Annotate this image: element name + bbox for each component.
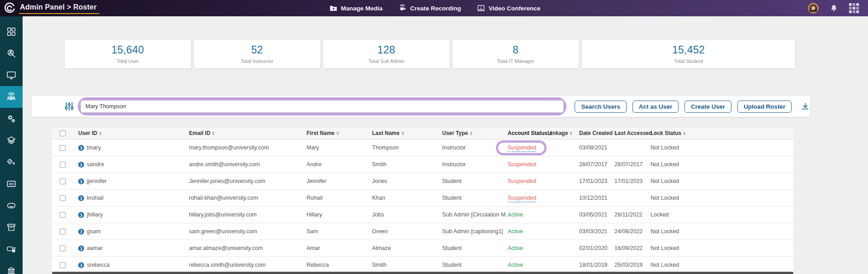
- user-id[interactable]: jhillary: [87, 212, 103, 218]
- lock-status: Not Locked: [645, 178, 686, 184]
- search-users-button[interactable]: Search Users: [575, 101, 626, 113]
- row-checkbox[interactable]: [60, 229, 66, 235]
- expand-user-icon[interactable]: ❯: [78, 245, 84, 251]
- user-id[interactable]: gsam: [87, 228, 101, 235]
- col-header-last-name[interactable]: Last Name: [372, 130, 437, 136]
- sort-icon: [683, 131, 686, 135]
- col-header-account-status[interactable]: Account Status: [508, 130, 542, 136]
- sidebar-item-recording-devices[interactable]: [0, 238, 23, 260]
- col-header-lock-status[interactable]: Lock Status: [651, 130, 686, 136]
- row-checkbox[interactable]: [60, 245, 66, 251]
- stat-label: Total Sub Admin: [368, 58, 405, 64]
- col-header-last-accessed[interactable]: Last Accessed: [614, 130, 645, 136]
- col-header-date-created[interactable]: Date Created: [579, 130, 609, 136]
- nav-item-create-recording[interactable]: Create Recording: [398, 4, 461, 13]
- col-header-first-name[interactable]: First Name: [307, 130, 367, 136]
- user-id[interactable]: sandre: [87, 161, 104, 168]
- building-icon: [6, 266, 16, 274]
- sidebar-item-captions[interactable]: CC: [0, 173, 23, 195]
- sidebar-item-archive[interactable]: [0, 216, 23, 238]
- date-created: 28/07/2017: [574, 161, 609, 168]
- sidebar-item-layers[interactable]: [0, 130, 23, 151]
- account-status[interactable]: Suspended: [508, 161, 536, 168]
- account-status[interactable]: Active: [508, 245, 523, 251]
- create-user-button[interactable]: Create User: [684, 101, 731, 113]
- lock-status: Locked: [645, 212, 686, 218]
- gears-icon: [6, 114, 16, 124]
- user-id[interactable]: krohail: [87, 195, 104, 201]
- filter-sliders-icon[interactable]: [64, 101, 74, 112]
- row-checkbox[interactable]: [60, 212, 66, 218]
- upload-roster-button[interactable]: Upload Roster: [737, 101, 792, 113]
- last-name: Smith: [367, 262, 437, 268]
- apps-grid-icon[interactable]: [849, 3, 859, 13]
- expand-user-icon[interactable]: ❯: [78, 145, 84, 151]
- stat-value: 128: [377, 44, 395, 56]
- row-checkbox[interactable]: [60, 145, 66, 151]
- expand-user-icon[interactable]: ❯: [78, 262, 84, 268]
- paint-bucket-icon: [6, 157, 16, 167]
- sidebar-item-branding[interactable]: [0, 151, 23, 173]
- sidebar-item-display[interactable]: [0, 64, 23, 86]
- stat-card-total-it-manager: 8 Total IT Manager: [452, 39, 579, 69]
- stat-value: 15,452: [672, 44, 705, 56]
- download-icon[interactable]: [801, 101, 810, 111]
- user-id[interactable]: tmary: [87, 144, 101, 151]
- recording-icon: [398, 4, 407, 13]
- account-status[interactable]: Active: [508, 212, 523, 218]
- col-header-email-id[interactable]: Email ID: [189, 130, 301, 136]
- row-checkbox[interactable]: [60, 195, 66, 201]
- first-name: Amar: [301, 245, 367, 251]
- user-id[interactable]: jjennifer: [87, 178, 107, 184]
- expand-user-icon[interactable]: ❯: [78, 178, 84, 184]
- row-checkbox[interactable]: [60, 162, 66, 168]
- sidebar-item-institution[interactable]: [0, 260, 23, 274]
- nav-item-label: Create Recording: [410, 5, 461, 12]
- select-all-checkbox[interactable]: [60, 130, 66, 136]
- account-status[interactable]: Suspended: [508, 178, 536, 184]
- expand-user-icon[interactable]: ❯: [78, 195, 84, 201]
- user-id[interactable]: aamar: [87, 245, 103, 251]
- expand-user-icon[interactable]: ❯: [78, 229, 84, 235]
- sidebar-item-dashboard[interactable]: [0, 21, 23, 43]
- col-header-user-id[interactable]: User ID: [78, 130, 102, 136]
- horizontal-scrollbar[interactable]: [52, 272, 793, 274]
- search-input[interactable]: [80, 100, 564, 113]
- layers-icon: [6, 135, 16, 145]
- account-status[interactable]: Suspended: [508, 144, 536, 152]
- date-created: 10/12/2021: [574, 195, 609, 201]
- col-header-user-type[interactable]: User Type: [442, 130, 502, 136]
- first-name: Andre: [301, 161, 367, 168]
- expand-user-icon[interactable]: ❯: [78, 162, 84, 168]
- user-avatar[interactable]: [808, 3, 819, 14]
- email-id: mary.thompson@university.com: [184, 144, 301, 151]
- last-name: Green: [367, 228, 437, 235]
- table-row: ❯srebecca rebecca.smith@university.com R…: [52, 257, 793, 274]
- expand-user-icon[interactable]: ❯: [78, 212, 84, 218]
- row-checkbox[interactable]: [60, 178, 66, 184]
- col-header-linkage[interactable]: Linkage: [547, 130, 574, 136]
- nav-item-manage-media[interactable]: Manage Media: [329, 4, 382, 13]
- nav-item-video-conference[interactable]: Video Conference: [476, 4, 541, 13]
- annotation-highlight-search: [78, 97, 566, 115]
- hard-drive-icon: [6, 201, 16, 211]
- navbar-right: [808, 0, 859, 16]
- notifications-bell-icon[interactable]: [830, 4, 838, 13]
- sidebar-item-storage[interactable]: [0, 195, 23, 216]
- act-as-user-button[interactable]: Act as User: [632, 101, 679, 113]
- user-type: Student: [437, 262, 502, 268]
- sidebar-item-roster[interactable]: [0, 86, 23, 108]
- sidebar-item-settings[interactable]: [0, 108, 23, 130]
- last-name: Smith: [367, 161, 437, 168]
- account-status[interactable]: Suspended: [508, 195, 536, 202]
- row-checkbox[interactable]: [60, 262, 66, 268]
- sidebar-item-user-search[interactable]: [0, 43, 23, 64]
- sort-icon: [470, 131, 472, 135]
- monitor-icon: [6, 70, 16, 80]
- user-id[interactable]: srebecca: [87, 262, 110, 268]
- date-created: 02/01/2020: [574, 245, 609, 251]
- folder-play-icon: [329, 4, 338, 13]
- table-row: ❯jjennifer Jennifer.jones@university.com…: [52, 173, 793, 190]
- account-status[interactable]: Active: [508, 262, 523, 268]
- account-status[interactable]: Active: [508, 228, 523, 235]
